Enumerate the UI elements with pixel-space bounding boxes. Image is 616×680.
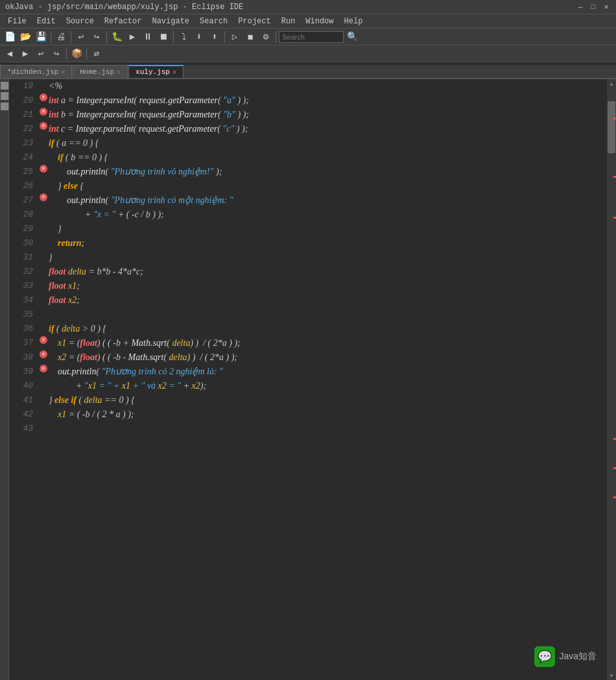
tb-run[interactable]: ▶ — [125, 30, 139, 44]
right-scrollbar[interactable]: ▲ ▼ — [607, 79, 616, 680]
line-number: 39 — [9, 365, 38, 379]
tb-stop[interactable]: ⏹ — [156, 30, 171, 44]
tb2-last-edit[interactable]: ↩ — [34, 47, 48, 61]
sidebar-icon-2[interactable] — [1, 92, 8, 100]
toolbar-sep-2 — [71, 31, 71, 43]
line-number: 37 — [9, 336, 38, 350]
code-line-24: 24 if ( b == 0 ) { — [9, 151, 607, 165]
watermark: 💬 Java知音 — [534, 646, 597, 667]
tb-print[interactable]: 🖨 — [54, 30, 68, 44]
menu-refactor[interactable]: Refactor — [99, 16, 147, 27]
toolbar-secondary: ◀ ▶ ↩ ↪ 📦 ⇄ — [0, 45, 616, 62]
line-number: 24 — [9, 151, 38, 165]
tab-dichden[interactable]: *dichden.jsp ✕ — [0, 65, 72, 78]
tb2-back[interactable]: ◀ — [3, 47, 17, 61]
line-number: 23 — [9, 136, 38, 151]
maximize-button[interactable]: □ — [589, 3, 598, 12]
code-line-19: 19<% — [9, 79, 607, 93]
line-number: 43 — [9, 422, 38, 436]
menu-bar: File Edit Source Refactor Navigate Searc… — [0, 14, 616, 29]
code-line-40: 40 + "x1 = " + x1 + " và x2 = " + x2); — [9, 379, 607, 393]
tb-server-stop[interactable]: ◼ — [243, 30, 257, 44]
menu-project[interactable]: Project — [233, 16, 276, 27]
tb-server-start[interactable]: ▷ — [228, 30, 242, 44]
code-line-26: 26 } else { — [9, 179, 607, 193]
code-text: out.println( "Phương trình vô nghiệm!" )… — [49, 165, 607, 179]
code-text: float x1; — [49, 279, 607, 293]
code-text: int c = Integer.parseInt( request.getPar… — [49, 122, 607, 136]
code-line-27: 27✕ out.println( "Phương trình có một ng… — [9, 193, 607, 208]
line-number: 40 — [9, 379, 38, 393]
menu-window[interactable]: Window — [300, 16, 338, 27]
error-indicator: ✕ — [38, 336, 49, 344]
tb-save[interactable]: 💾 — [34, 30, 48, 44]
toolbar-sep-3 — [106, 31, 107, 43]
error-indicator: ✕ — [38, 365, 49, 372]
tb-open[interactable]: 📂 — [18, 30, 32, 44]
line-number: 27 — [9, 193, 38, 208]
tb2-package-exp[interactable]: 📦 — [69, 47, 84, 61]
menu-edit[interactable]: Edit — [32, 16, 61, 27]
error-circle: ✕ — [40, 193, 47, 201]
tb-redo[interactable]: ↪ — [89, 30, 104, 44]
line-number: 35 — [9, 308, 38, 322]
toolbar-sep-1 — [51, 31, 51, 43]
tab-xuly-close[interactable]: ✕ — [172, 68, 176, 76]
scroll-marker-3 — [613, 217, 616, 219]
line-number: 26 — [9, 179, 38, 193]
menu-source[interactable]: Source — [61, 16, 99, 27]
code-line-37: 37✕ x1 = (float) ( ( -b + Math.sqrt( del… — [9, 336, 607, 350]
tb2-next-edit[interactable]: ↪ — [49, 47, 64, 61]
error-indicator: ✕ — [38, 122, 49, 130]
code-text: float delta = b*b - 4*a*c; — [49, 265, 607, 279]
menu-run[interactable]: Run — [276, 16, 301, 27]
scroll-down-arrow[interactable]: ▼ — [607, 671, 616, 680]
close-button[interactable]: ✕ — [602, 3, 611, 12]
tb-step-over[interactable]: ⤵ — [176, 30, 191, 44]
tb-new[interactable]: 📄 — [3, 30, 17, 44]
tab-xuly-label: xuly.jsp — [136, 68, 170, 76]
tb2-align[interactable]: ⇄ — [89, 47, 104, 61]
code-text: if ( b == 0 ) { — [49, 151, 607, 165]
menu-help[interactable]: Help — [339, 16, 368, 27]
tab-home[interactable]: Home.jsp ✕ — [73, 65, 128, 78]
menu-navigate[interactable]: Navigate — [147, 16, 195, 27]
scroll-up-arrow[interactable]: ▲ — [607, 79, 616, 88]
code-text: <% — [49, 79, 607, 93]
sidebar-icon-3[interactable] — [1, 103, 8, 110]
code-content: 19<%20✕int a = Integer.parseInt( request… — [9, 79, 607, 680]
search-input[interactable] — [279, 31, 344, 43]
code-line-31: 31} — [9, 250, 607, 265]
tab-home-label: Home.jsp — [80, 68, 114, 76]
tab-xuly[interactable]: xuly.jsp ✕ — [128, 65, 184, 78]
scroll-track[interactable] — [607, 88, 616, 671]
sidebar-icon-1[interactable] — [1, 82, 8, 90]
code-line-35: 35 — [9, 308, 607, 322]
editor-area[interactable]: 19<%20✕int a = Integer.parseInt( request… — [9, 79, 607, 680]
tb-undo[interactable]: ↩ — [74, 30, 88, 44]
menu-search[interactable]: Search — [195, 16, 233, 27]
tab-dichden-close[interactable]: ✕ — [61, 68, 65, 76]
code-line-32: 32float delta = b*b - 4*a*c; — [9, 265, 607, 279]
error-indicator: ✕ — [38, 93, 49, 101]
line-number: 20 — [9, 93, 38, 108]
toolbar-sep-5 — [224, 31, 225, 43]
scroll-markers — [613, 88, 616, 671]
code-line-23: 23if ( a == 0 ) { — [9, 136, 607, 151]
tb-step-ret[interactable]: ⬆ — [207, 30, 222, 44]
error-circle: ✕ — [40, 336, 47, 344]
code-line-21: 21✕int b = Integer.parseInt( request.get… — [9, 108, 607, 122]
line-number: 41 — [9, 393, 38, 407]
tb-settings[interactable]: ⚙ — [259, 30, 273, 44]
menu-file[interactable]: File — [3, 16, 32, 27]
tb-debug[interactable]: 🐛 — [110, 30, 124, 44]
tb2-forward[interactable]: ▶ — [18, 47, 32, 61]
tab-home-close[interactable]: ✕ — [117, 68, 121, 76]
code-text: } — [49, 250, 607, 265]
tb-pause[interactable]: ⏸ — [141, 30, 155, 44]
code-text: float x2; — [49, 293, 607, 308]
search-icon[interactable]: 🔍 — [345, 30, 359, 44]
watermark-icon: 💬 — [534, 646, 555, 667]
minimize-button[interactable]: — — [576, 3, 585, 12]
tb-step-into[interactable]: ⬇ — [192, 30, 206, 44]
